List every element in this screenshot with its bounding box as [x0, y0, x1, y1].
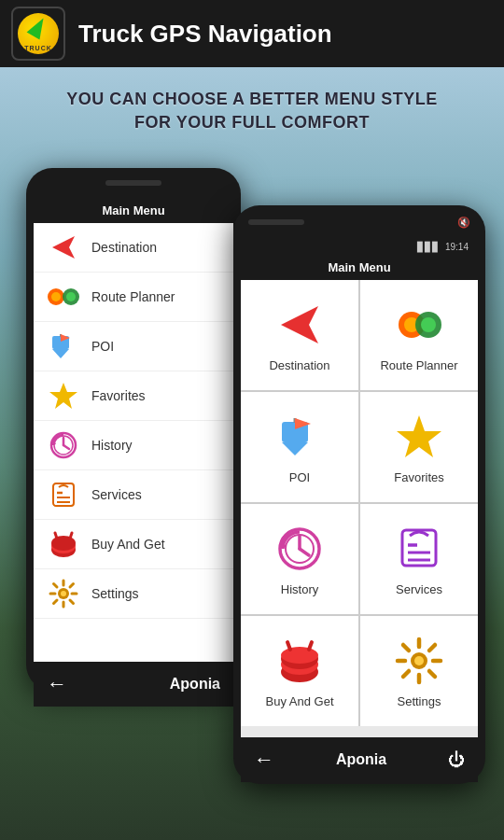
left-menu-item-destination[interactable]: Destination [34, 223, 233, 273]
grid-item-services[interactable]: Services [360, 504, 478, 614]
svg-line-23 [70, 533, 72, 539]
svg-line-13 [63, 445, 69, 449]
phone-left-aponia-label: Aponia [170, 676, 220, 693]
route-planner-label: Route Planner [91, 289, 175, 304]
history-icon [47, 428, 80, 462]
app-title: Truck GPS Navigation [78, 20, 332, 49]
svg-line-33 [54, 600, 58, 604]
phone-left-bottom-cap [26, 707, 241, 735]
grid-destination-label: Destination [269, 358, 329, 372]
grid-services-label: Services [396, 582, 442, 596]
phone-left-screen: Destination Route Planner [34, 223, 233, 662]
buy-and-get-icon [47, 527, 80, 561]
phones-container: Main Menu Destination R [0, 149, 504, 803]
svg-point-4 [66, 292, 76, 301]
app-logo: TRUCK [11, 7, 65, 61]
left-menu-item-route-planner[interactable]: Route Planner [34, 273, 233, 322]
svg-marker-34 [281, 306, 318, 343]
tagline-line1: YOU CAN CHOOSE A BETTER MENU STYLE [19, 88, 485, 111]
svg-point-2 [51, 292, 61, 301]
power-icon[interactable]: ⏻ [448, 750, 465, 770]
svg-marker-6 [52, 349, 69, 358]
grid-item-favorites[interactable]: Favorites [360, 392, 478, 502]
services-icon [47, 478, 80, 511]
left-menu-item-buy-and-get[interactable]: Buy And Get [34, 520, 233, 569]
settings-label: Settings [91, 586, 139, 601]
grid-item-history[interactable]: History [241, 504, 358, 614]
left-menu-item-settings[interactable]: Settings [34, 569, 233, 619]
svg-marker-40 [282, 442, 308, 455]
left-menu-item-favorites[interactable]: Favorites [34, 371, 233, 421]
grid-settings-label: Settings [398, 694, 441, 708]
phone-right-top: 🔇 [233, 205, 485, 239]
svg-marker-43 [397, 415, 441, 457]
grid-favorites-label: Favorites [394, 470, 443, 484]
buy-and-get-label: Buy And Get [91, 537, 165, 552]
svg-line-31 [70, 600, 74, 604]
poi-icon [47, 329, 80, 363]
favorites-icon [47, 379, 80, 413]
phone-right-screen: Destination Route Planner [241, 280, 478, 737]
grid-item-route-planner[interactable]: Route Planner [360, 280, 478, 390]
grid-history-icon [273, 523, 326, 575]
settings-icon [47, 577, 80, 610]
svg-point-25 [61, 591, 66, 596]
svg-line-30 [54, 584, 58, 588]
phone-left-menu-header: Main Menu [26, 198, 241, 223]
svg-point-60 [414, 656, 424, 665]
grid-history-label: History [281, 582, 318, 596]
grid-route-planner-label: Route Planner [380, 358, 457, 372]
grid-destination-icon [273, 299, 326, 351]
grid-item-poi[interactable]: POI [241, 392, 358, 502]
left-menu-item-services[interactable]: Services [34, 470, 233, 520]
grid-services-icon [393, 523, 445, 575]
phone-left-bottom-bar: ← Aponia [34, 662, 233, 707]
mute-icon: 🔇 [457, 217, 470, 229]
grid-item-destination[interactable]: Destination [241, 280, 358, 390]
back-arrow-left-icon[interactable]: ← [47, 672, 67, 696]
tagline: YOU CAN CHOOSE A BETTER MENU STYLE FOR Y… [0, 67, 504, 149]
svg-line-57 [287, 642, 290, 650]
grid-settings-icon [393, 635, 445, 687]
grid-buy-and-get-label: Buy And Get [266, 694, 334, 708]
phone-right: 🔇 ▊▊▊ 19:14 Main Menu Destination [233, 205, 485, 784]
favorites-label: Favorites [91, 388, 146, 403]
status-time: 19:14 [445, 242, 469, 252]
phone-right-bottom-bar: ← Aponia ⏻ [241, 737, 478, 782]
phone-left: Main Menu Destination R [26, 168, 241, 691]
grid-buy-and-get-icon [273, 635, 326, 687]
grid-item-settings[interactable]: Settings [360, 616, 478, 726]
grid-poi-label: POI [289, 470, 310, 484]
svg-line-47 [300, 549, 309, 555]
logo-truck-text: TRUCK [24, 45, 52, 51]
back-arrow-right-icon[interactable]: ← [254, 748, 274, 772]
svg-line-32 [70, 584, 74, 588]
left-menu-item-history[interactable]: History [34, 421, 233, 470]
history-label: History [91, 438, 133, 453]
svg-line-65 [403, 645, 409, 651]
svg-marker-0 [52, 236, 75, 259]
destination-icon [47, 231, 80, 264]
grid-menu: Destination Route Planner [241, 280, 478, 726]
phone-right-aponia-label: Aponia [336, 751, 386, 768]
svg-point-21 [51, 536, 76, 551]
svg-marker-9 [49, 383, 77, 409]
left-menu-item-poi[interactable]: POI [34, 322, 233, 371]
logo-circle: TRUCK [18, 13, 59, 54]
phone-right-speaker [248, 219, 304, 225]
signal-icon: ▊▊▊ [417, 242, 440, 252]
svg-point-38 [421, 317, 436, 332]
phone-right-bottom-cap [233, 782, 485, 816]
grid-route-planner-icon [393, 299, 445, 351]
status-bar: ▊▊▊ 19:14 [241, 239, 478, 255]
phone-right-status-icons: 🔇 [457, 217, 470, 229]
grid-item-buy-and-get[interactable]: Buy And Get [241, 616, 358, 726]
logo-arrow-icon [27, 14, 50, 39]
destination-label: Destination [91, 240, 157, 255]
svg-point-56 [281, 647, 318, 664]
route-planner-icon [47, 280, 80, 314]
phone-left-speaker [105, 180, 161, 186]
svg-line-22 [55, 533, 57, 539]
services-label: Services [91, 487, 142, 502]
grid-poi-icon [273, 411, 326, 463]
